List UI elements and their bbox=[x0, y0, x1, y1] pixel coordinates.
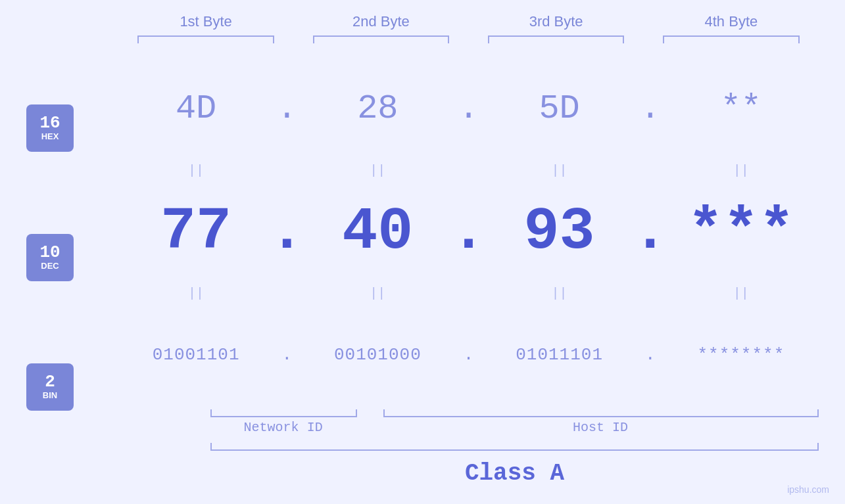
bin-val-1: 01001101 bbox=[153, 345, 240, 365]
host-id-label: Host ID bbox=[382, 420, 819, 435]
dec-sep-1: . bbox=[269, 198, 304, 265]
eq2-2: || bbox=[370, 286, 385, 301]
eq2-1: || bbox=[188, 286, 204, 301]
bin-val-3: 01011101 bbox=[516, 345, 603, 365]
bottom-labels: Network ID Host ID bbox=[210, 420, 819, 435]
hex-row: 4D . 28 . 5D . ** bbox=[118, 57, 819, 161]
bin-val-4: ******** bbox=[697, 345, 785, 365]
dec-val-1: 77 bbox=[160, 198, 231, 265]
network-bracket bbox=[210, 409, 357, 417]
bin-sep-2: . bbox=[464, 345, 474, 365]
main-content: 16 HEX 10 DEC 2 BIN 4D . bbox=[26, 57, 819, 491]
hex-val-2: 28 bbox=[357, 89, 398, 128]
byte-header-1: 1st Byte bbox=[118, 13, 293, 30]
byte-header-3: 3rd Byte bbox=[469, 13, 644, 30]
values-area: 4D . 28 . 5D . ** bbox=[118, 57, 819, 491]
bottom-brackets bbox=[210, 409, 819, 417]
hex-sep-2: . bbox=[458, 89, 479, 128]
dec-sep-2: . bbox=[451, 198, 487, 265]
dec-badge: 10 DEC bbox=[26, 234, 74, 281]
hex-badge: 16 HEX bbox=[26, 104, 74, 152]
top-brackets bbox=[118, 35, 819, 43]
eq2-3: || bbox=[552, 286, 567, 301]
byte-header-4: 4th Byte bbox=[644, 13, 819, 30]
byte-header-2: 2nd Byte bbox=[293, 13, 468, 30]
hex-val-4: ** bbox=[721, 89, 761, 128]
bin-sep-1: . bbox=[281, 345, 292, 365]
eq2-4: || bbox=[733, 286, 749, 301]
eq1-1: || bbox=[188, 163, 204, 178]
bin-val-2: 00101000 bbox=[334, 345, 422, 365]
eq1-4: || bbox=[733, 163, 749, 178]
badges-column: 16 HEX 10 DEC 2 BIN bbox=[26, 57, 118, 491]
dec-val-2: 40 bbox=[342, 198, 413, 265]
hex-val-1: 4D bbox=[176, 89, 216, 128]
dec-row: 77 . 40 . 93 . *** bbox=[118, 179, 819, 284]
main-container: 1st Byte 2nd Byte 3rd Byte 4th Byte 16 H… bbox=[0, 0, 845, 504]
host-bracket bbox=[383, 409, 819, 417]
hex-val-3: 5D bbox=[539, 89, 579, 128]
dec-val-4: *** bbox=[688, 198, 794, 265]
hex-sep-3: . bbox=[640, 89, 660, 128]
equals-row-2: || || || || bbox=[118, 284, 819, 302]
network-id-label: Network ID bbox=[210, 420, 356, 435]
eq1-3: || bbox=[552, 163, 567, 178]
equals-row-1: || || || || bbox=[118, 161, 819, 179]
byte-headers-row: 1st Byte 2nd Byte 3rd Byte 4th Byte bbox=[118, 13, 819, 30]
bottom-section: Network ID Host ID Class A bbox=[210, 409, 819, 491]
bin-badge: 2 BIN bbox=[26, 363, 74, 411]
dec-sep-3: . bbox=[633, 198, 668, 265]
full-bracket bbox=[210, 443, 819, 451]
watermark: ipshu.com bbox=[787, 484, 829, 495]
bin-sep-3: . bbox=[645, 345, 656, 365]
eq1-2: || bbox=[370, 163, 385, 178]
bin-row: 01001101 . 00101000 . 01011101 . bbox=[118, 302, 819, 407]
hex-sep-1: . bbox=[277, 89, 297, 128]
class-label: Class A bbox=[210, 456, 819, 491]
dec-val-3: 93 bbox=[524, 198, 595, 265]
